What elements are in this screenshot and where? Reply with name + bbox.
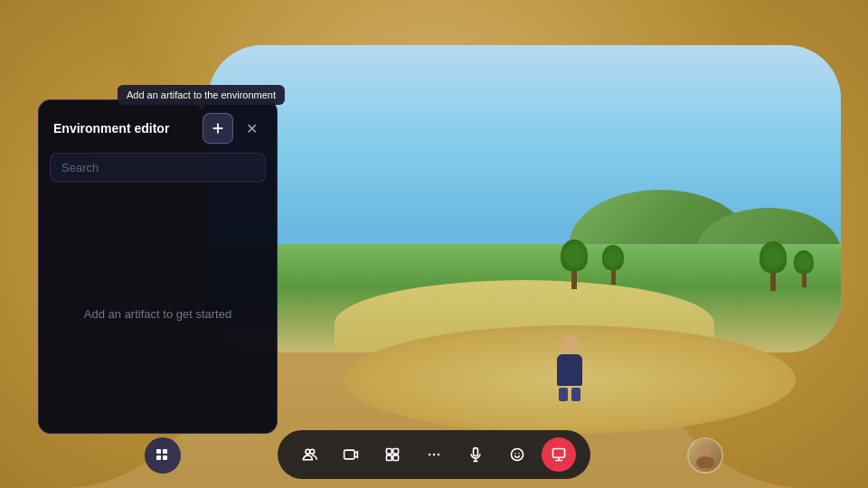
plus-cursor-icon xyxy=(210,120,226,136)
emoji-icon xyxy=(509,446,525,463)
svg-point-21 xyxy=(518,453,520,455)
avatar-head xyxy=(561,334,579,352)
avatar-silhouette-icon xyxy=(694,443,716,468)
avatar-body xyxy=(557,354,582,386)
toolbar-more-button[interactable] xyxy=(417,437,451,472)
svg-rect-11 xyxy=(386,455,392,461)
svg-point-14 xyxy=(433,454,435,455)
svg-rect-2 xyxy=(156,449,161,454)
toolbar xyxy=(278,430,590,479)
panel-title: Environment editor xyxy=(53,121,169,136)
user-avatar-button[interactable] xyxy=(687,437,723,474)
svg-rect-3 xyxy=(163,449,167,454)
tree-4 xyxy=(794,250,814,287)
svg-point-20 xyxy=(514,453,516,455)
content-icon xyxy=(384,446,401,463)
tree-2 xyxy=(602,245,624,285)
svg-point-19 xyxy=(511,448,523,460)
empty-state-message: Add an artifact to get started xyxy=(84,307,231,321)
tree-3 xyxy=(760,241,787,291)
panel-body: Add an artifact to get started xyxy=(39,192,277,436)
mic-icon xyxy=(467,446,484,463)
svg-rect-10 xyxy=(393,448,399,454)
toolbar-people-button[interactable] xyxy=(292,437,326,472)
svg-rect-5 xyxy=(163,455,167,460)
svg-rect-16 xyxy=(474,448,478,456)
toolbar-media-button[interactable] xyxy=(334,437,368,472)
avatar-image xyxy=(689,439,722,472)
people-icon xyxy=(301,446,317,463)
toolbar-mic-button[interactable] xyxy=(458,437,493,472)
avatar-leg-left xyxy=(559,388,568,401)
avatar-legs xyxy=(552,388,588,401)
avatar-leg-right xyxy=(571,388,580,401)
svg-point-7 xyxy=(310,449,315,454)
environment-editor-panel: Environment editor Add an artifact to th… xyxy=(38,99,278,434)
search-container xyxy=(39,153,277,192)
svg-point-13 xyxy=(429,454,430,455)
toolbar-share-button[interactable] xyxy=(542,437,576,472)
scene-avatar xyxy=(552,334,588,398)
toolbar-emoji-button[interactable] xyxy=(500,437,534,472)
toolbar-content-button[interactable] xyxy=(375,437,410,472)
share-icon xyxy=(551,446,567,463)
window-frame xyxy=(208,45,841,352)
svg-rect-12 xyxy=(393,455,399,461)
grid-menu-button[interactable] xyxy=(145,437,181,474)
svg-point-24 xyxy=(696,456,714,468)
panel-header: Environment editor Add an artifact to th… xyxy=(39,100,277,153)
tree-1 xyxy=(561,239,588,289)
svg-rect-22 xyxy=(552,448,564,457)
grid-icon xyxy=(155,447,171,464)
search-input[interactable] xyxy=(50,153,266,183)
svg-point-15 xyxy=(438,454,439,455)
panel-actions: Add an artifact to the environment ✕ xyxy=(203,113,262,144)
more-icon xyxy=(426,446,442,463)
svg-rect-8 xyxy=(344,450,354,459)
svg-point-23 xyxy=(700,445,711,455)
svg-rect-9 xyxy=(386,448,392,454)
add-artifact-button[interactable]: Add an artifact to the environment xyxy=(203,113,233,144)
close-panel-button[interactable]: ✕ xyxy=(241,117,262,139)
media-icon xyxy=(343,446,359,463)
svg-rect-4 xyxy=(156,455,161,460)
